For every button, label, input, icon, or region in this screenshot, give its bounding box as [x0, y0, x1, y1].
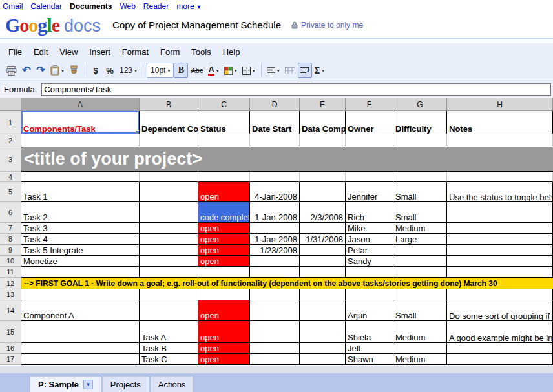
cell[interactable] — [447, 202, 553, 223]
cell[interactable] — [198, 134, 250, 147]
cell[interactable] — [346, 172, 393, 182]
cell-E8[interactable]: 1/31/2008 — [300, 234, 346, 245]
cell-D9[interactable]: 1/23/2008 — [250, 245, 300, 256]
formulas-button[interactable]: Σ▾ — [312, 63, 327, 78]
cell-A9[interactable]: Task 5 Integrate — [21, 245, 140, 256]
paste-format-button[interactable]: ▾ — [48, 63, 67, 78]
cell[interactable] — [447, 245, 553, 256]
project-title-band[interactable]: <title of your project> — [21, 147, 553, 172]
cell[interactable] — [393, 267, 447, 278]
cell-A8[interactable]: Task 4 — [21, 234, 140, 245]
number-format-button[interactable]: 123▾ — [117, 63, 140, 78]
menu-help[interactable]: Help — [217, 46, 246, 58]
cell[interactable] — [21, 343, 140, 354]
cell[interactable] — [140, 223, 198, 234]
cell-A1-selected[interactable]: Components/Task — [21, 111, 140, 134]
cell-C9-status[interactable]: open — [198, 245, 250, 256]
tab-dropdown-button[interactable]: ▼ — [83, 380, 93, 389]
align-button[interactable]: ▾ — [265, 63, 282, 78]
cell-F14[interactable]: Arjun — [346, 300, 393, 321]
calendar-link[interactable]: Calendar — [30, 2, 62, 11]
menu-format[interactable]: Format — [116, 46, 154, 58]
cell[interactable] — [447, 234, 553, 245]
cell[interactable] — [250, 354, 300, 365]
cell-F15[interactable]: Shiela — [346, 321, 393, 343]
cell-F7[interactable]: Mike — [346, 223, 393, 234]
cell-B16[interactable]: Task B — [140, 343, 198, 354]
cell-F10[interactable]: Sandy — [346, 256, 393, 267]
select-all-corner[interactable] — [0, 98, 21, 111]
font-size-select[interactable]: 10pt▾ — [147, 63, 174, 78]
web-link[interactable]: Web — [120, 2, 135, 11]
redo-button[interactable]: ↷ — [34, 63, 48, 78]
cell-D1[interactable]: Date Start — [250, 111, 300, 134]
sheet-tab-projects[interactable]: Projects — [103, 377, 149, 392]
row-header-11[interactable]: 11 — [0, 267, 21, 278]
cell-G15[interactable]: Medium — [393, 321, 447, 343]
cell-F8[interactable]: Jason — [346, 234, 393, 245]
cell-A14[interactable]: Component A — [21, 300, 140, 321]
percent-format-button[interactable]: % — [103, 63, 117, 78]
cell[interactable] — [140, 182, 198, 202]
sheet-tab-actions[interactable]: Actions — [151, 377, 194, 392]
row-header-7[interactable]: 7 — [0, 223, 21, 234]
cell-D8[interactable]: 1-Jan-2008 — [250, 234, 300, 245]
gmail-link[interactable]: Gmail — [3, 2, 23, 11]
cell[interactable] — [393, 134, 447, 147]
cell-C8-status[interactable]: open — [198, 234, 250, 245]
cell-C6-status[interactable]: code complete — [198, 202, 250, 223]
cell-G5[interactable]: Small — [393, 182, 447, 202]
cell[interactable] — [21, 134, 140, 147]
column-header-B[interactable]: B — [140, 98, 198, 111]
row-header-10[interactable]: 10 — [0, 256, 21, 267]
column-header-A[interactable]: A — [21, 98, 140, 111]
borders-button[interactable]: ▾ — [240, 63, 258, 78]
column-header-E[interactable]: E — [300, 98, 346, 111]
cell-C5-status[interactable]: open — [198, 182, 250, 202]
cell[interactable] — [300, 256, 346, 267]
strikethrough-button[interactable]: Abc — [188, 63, 205, 78]
cell[interactable] — [198, 289, 250, 300]
cell[interactable] — [346, 289, 393, 300]
cell-G14[interactable]: Small — [393, 300, 447, 321]
privacy-status[interactable]: Private to only me — [291, 21, 363, 30]
cell[interactable] — [250, 256, 300, 267]
column-header-H[interactable]: H — [447, 98, 553, 111]
cell-F16[interactable]: Jeff — [346, 343, 393, 354]
cell-A6[interactable]: Task 2 — [21, 202, 140, 223]
row-header-3[interactable]: 3 — [0, 147, 21, 172]
cell[interactable] — [393, 289, 447, 300]
cell[interactable] — [21, 172, 140, 182]
undo-button[interactable]: ↶ — [19, 63, 34, 78]
cell-C1[interactable]: Status — [198, 111, 250, 134]
cell-B15[interactable]: Task A — [140, 321, 198, 343]
cell[interactable] — [21, 267, 140, 278]
cell[interactable] — [250, 343, 300, 354]
cell-B17[interactable]: Task C — [140, 354, 198, 365]
cell[interactable] — [300, 223, 346, 234]
cell[interactable] — [447, 223, 553, 234]
cell[interactable] — [21, 354, 140, 365]
cell-H5-note[interactable]: Use the status to toggle between c codin… — [447, 182, 553, 202]
first-goal-band[interactable]: --> FIRST GOAL 1 - Write down a goal; e.… — [21, 278, 553, 289]
column-header-F[interactable]: F — [346, 98, 393, 111]
column-header-D[interactable]: D — [250, 98, 300, 111]
cell-G17[interactable]: Medium — [393, 354, 447, 365]
cell[interactable] — [447, 267, 553, 278]
cell-F1[interactable]: Owner — [346, 111, 393, 134]
row-header-4[interactable]: 4 — [0, 172, 21, 182]
cell-C15-status[interactable]: open — [198, 321, 250, 343]
document-title[interactable]: Copy of Project Management Schedule — [112, 19, 281, 30]
menu-file[interactable]: File — [3, 46, 28, 58]
row-header-2[interactable]: 2 — [0, 134, 21, 147]
documents-link-current[interactable]: Documents — [70, 2, 112, 11]
cell[interactable] — [300, 354, 346, 365]
row-header-13[interactable]: 13 — [0, 289, 21, 300]
more-dropdown-icon[interactable]: ▼ — [196, 4, 202, 10]
cell[interactable] — [393, 245, 447, 256]
cell[interactable] — [447, 354, 553, 365]
cell-F9[interactable]: Petar — [346, 245, 393, 256]
cell[interactable] — [393, 172, 447, 182]
cell[interactable] — [250, 134, 300, 147]
cell[interactable] — [300, 134, 346, 147]
